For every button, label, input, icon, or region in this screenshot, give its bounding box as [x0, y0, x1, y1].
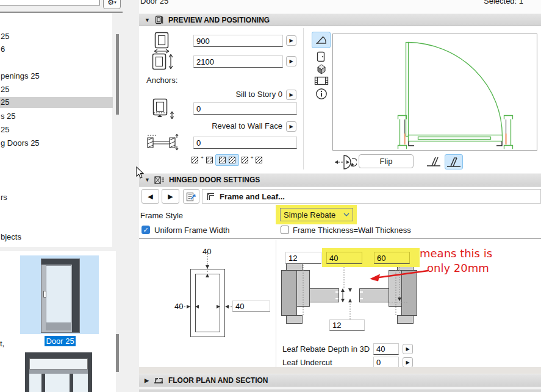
door-settings-dialog: ⚙▾ 25 6 penings 25 25 25 s 25 25 g Doors… [0, 0, 541, 392]
tree-item[interactable]: bjects [0, 232, 21, 243]
anchor-left2-icon[interactable] [206, 157, 213, 163]
swing-left-icon [426, 155, 442, 168]
door-panel-icon [154, 15, 164, 24]
tree-item[interactable]: g Doors 25 [0, 138, 40, 149]
floor-plan-icon [153, 376, 164, 384]
tree-item[interactable]: 6 [0, 44, 5, 55]
anchor-center-icon[interactable] [219, 157, 226, 163]
door-plan-drawing [333, 34, 537, 150]
sill-value-input[interactable] [193, 102, 297, 115]
reveal-anchor-menu-button[interactable]: ▶ [286, 121, 296, 132]
uniform-frame-width-label: Uniform Frame Width [154, 226, 230, 235]
gap-size-input[interactable] [329, 319, 365, 331]
mirror-icon [334, 154, 357, 170]
swing-left-toggle[interactable] [425, 154, 442, 168]
door-width-options-button[interactable]: ▶ [286, 35, 296, 46]
tree-item[interactable]: s 25 [0, 111, 16, 122]
search-input[interactable] [0, 0, 100, 5]
frame-width-input[interactable] [232, 301, 270, 312]
preview-strip-button[interactable] [313, 76, 329, 86]
chevron-down-icon [343, 213, 349, 217]
frame-depth-input[interactable] [326, 252, 362, 264]
frame-style-value: Simple Rebate [284, 210, 335, 219]
plus-mark: + [251, 155, 254, 160]
floor-plan-section-header[interactable]: ▶ FLOOR PLAN AND SECTION [139, 374, 541, 387]
uniform-frame-width-checkbox[interactable]: ✓ [142, 226, 150, 234]
folder-view-button[interactable]: ⚙▾ [103, 0, 121, 9]
anchor-right-icon[interactable] [242, 157, 248, 163]
reveal-anchor-label[interactable]: Reveal to Wall Face [193, 121, 282, 130]
door-height-options-button[interactable]: ▶ [286, 56, 296, 66]
panel-list-button[interactable] [183, 189, 199, 204]
frame-thickness-checkbox[interactable] [281, 226, 289, 234]
section-title: HINGED DOOR SETTINGS [169, 176, 260, 184]
clipped-thumbnail-text: t, [0, 339, 4, 348]
flip-button[interactable]: Flip [359, 154, 414, 168]
elevation-view-button[interactable] [315, 51, 326, 62]
next-panel-button[interactable]: ▶ [162, 189, 179, 204]
main-panel-bg [139, 0, 541, 13]
info-button[interactable] [315, 87, 328, 101]
frame-thickness-input[interactable] [374, 252, 410, 264]
tree-item[interactable]: 25 [0, 31, 9, 42]
section-title: FLOOR PLAN AND SECTION [168, 376, 268, 385]
tree-scrollbar-thumb[interactable] [116, 34, 119, 115]
plan-view-icon [315, 35, 328, 45]
leaf-rebate-input[interactable] [373, 343, 399, 355]
preview-canvas [332, 34, 537, 151]
next-door-thumbnail[interactable] [25, 352, 92, 392]
frame-style-select[interactable]: Simple Rebate [280, 208, 353, 221]
sill-anchor-label[interactable]: Sill to Story 0 [193, 90, 282, 99]
front-left-dim: 40 [174, 302, 183, 311]
thumbnail-name-selected[interactable]: Door 25 [45, 336, 76, 346]
preview-positioning-header[interactable]: ▼ PREVIEW AND POSITIONING [139, 13, 541, 26]
anchor-right2-icon[interactable] [256, 157, 262, 163]
tree-item-selected[interactable]: 25 [0, 97, 113, 108]
film-strip-icon [314, 76, 329, 85]
door-width-input[interactable] [193, 35, 283, 47]
reveal-value-input[interactable] [193, 137, 297, 149]
3d-view-button[interactable] [315, 63, 328, 75]
door-height-icon [151, 52, 174, 72]
front-dim-lines [171, 245, 274, 341]
swing-right-icon [446, 156, 462, 168]
selection-title: Door 25 [140, 0, 168, 5]
tree-item[interactable]: 25 [0, 84, 9, 95]
frame-overhang-input[interactable] [285, 252, 321, 264]
door-height-input[interactable] [193, 55, 283, 68]
panel-tab-bar[interactable]: Frame and Leaf... [202, 189, 541, 204]
tree-item[interactable]: rs [0, 192, 7, 203]
anchor-center-selected[interactable] [215, 154, 239, 166]
anchor-left-icon[interactable] [192, 157, 198, 163]
door-elevation-icon [317, 51, 325, 62]
sill-anchor-menu-button[interactable]: ▶ [286, 90, 296, 100]
reveal-depth-icon [145, 133, 179, 151]
next-section-header-partial[interactable] [139, 390, 541, 392]
thumbnail-scrollbar-thumb[interactable] [116, 334, 119, 372]
section-title: PREVIEW AND POSITIONING [168, 16, 270, 24]
door-width-icon [151, 32, 174, 54]
leaf-undercut-label: Leaf Undercut [282, 358, 332, 367]
leaf-undercut-options-button[interactable]: ▶ [403, 357, 413, 368]
frame-thickness-label: Frame Thickness=Wall Thickness [293, 226, 411, 235]
door-image [41, 258, 80, 333]
plan-view-button[interactable] [312, 32, 331, 48]
chevron-down-icon: ▾ [114, 0, 116, 4]
frame-style-label: Frame Style [140, 211, 183, 220]
door-thumbnail-selected[interactable] [20, 255, 99, 334]
swing-right-toggle[interactable] [445, 154, 463, 169]
anchor-center2-icon[interactable] [229, 157, 235, 163]
plus-mark: + [201, 155, 204, 160]
leaf-rebate-options-button[interactable]: ▶ [403, 344, 413, 354]
hinged-door-icon [154, 176, 165, 185]
tree-item[interactable]: 25 [0, 124, 9, 135]
anchor-point-row: + + [192, 154, 262, 166]
annotation-arrow [365, 266, 432, 284]
hinged-door-settings-header[interactable]: ▼ HINGED DOOR SETTINGS [139, 173, 541, 187]
gear-icon: ⚙ [107, 0, 114, 7]
tree-item[interactable]: penings 25 [0, 71, 40, 82]
annotation-line1: means this is [420, 247, 492, 260]
annotation-line2: only 20mm [427, 262, 489, 274]
previous-panel-button[interactable]: ◀ [142, 189, 159, 204]
diagram-divider [276, 240, 276, 369]
